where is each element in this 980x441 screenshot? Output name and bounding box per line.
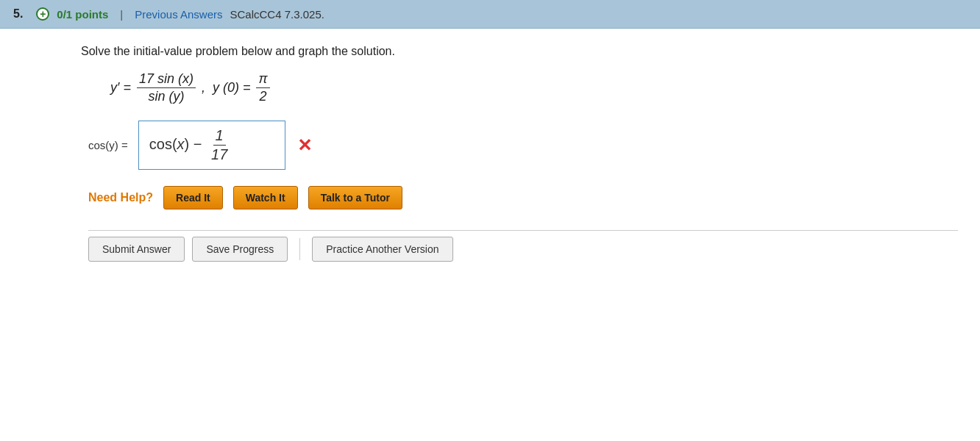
read-it-button[interactable]: Read It xyxy=(163,186,223,209)
content-area: Solve the initial-value problem below an… xyxy=(0,29,980,441)
practice-another-version-button[interactable]: Practice Another Version xyxy=(312,237,452,262)
need-help-label: Need Help? xyxy=(88,191,153,204)
bottom-action-row: Submit Answer Save Progress Practice Ano… xyxy=(88,230,958,273)
problem-instruction: Solve the initial-value problem below an… xyxy=(81,45,958,58)
page-container: 5. + 0/1 points | Previous Answers SCalc… xyxy=(0,0,980,441)
question-number: 5. xyxy=(13,7,23,21)
answer-content: cos(x) − 1 17 xyxy=(149,127,233,163)
equation-display: y′ = 17 sin (x) sin (y) , y (0) = π 2 xyxy=(110,71,958,104)
wrong-answer-icon: ✕ xyxy=(297,135,312,156)
points-label: 0/1 points xyxy=(57,8,108,21)
separator xyxy=(299,238,300,260)
talk-to-tutor-button[interactable]: Talk to a Tutor xyxy=(308,186,402,209)
watch-it-button[interactable]: Watch It xyxy=(233,186,298,209)
plus-icon: + xyxy=(36,7,49,21)
submit-answer-button[interactable]: Submit Answer xyxy=(88,237,185,262)
save-progress-button[interactable]: Save Progress xyxy=(192,237,288,262)
problem-code: SCalcCC4 7.3.025. xyxy=(230,8,324,21)
answer-fraction: 1 17 xyxy=(209,127,230,163)
answer-box[interactable]: cos(x) − 1 17 xyxy=(138,121,285,170)
divider: | xyxy=(120,8,123,21)
main-equation: y′ = 17 sin (x) sin (y) , y (0) = π 2 xyxy=(110,71,958,104)
initial-condition-fraction: π 2 xyxy=(256,71,269,104)
fraction-display: 17 sin (x) sin (y) xyxy=(137,71,196,104)
answer-label: cos(y) = xyxy=(88,139,128,151)
answer-row: cos(y) = cos(x) − 1 17 ✕ xyxy=(88,121,958,170)
need-help-row: Need Help? Read It Watch It Talk to a Tu… xyxy=(88,186,958,209)
question-header: 5. + 0/1 points | Previous Answers SCalc… xyxy=(0,0,980,29)
previous-answers-link[interactable]: Previous Answers xyxy=(135,8,222,21)
